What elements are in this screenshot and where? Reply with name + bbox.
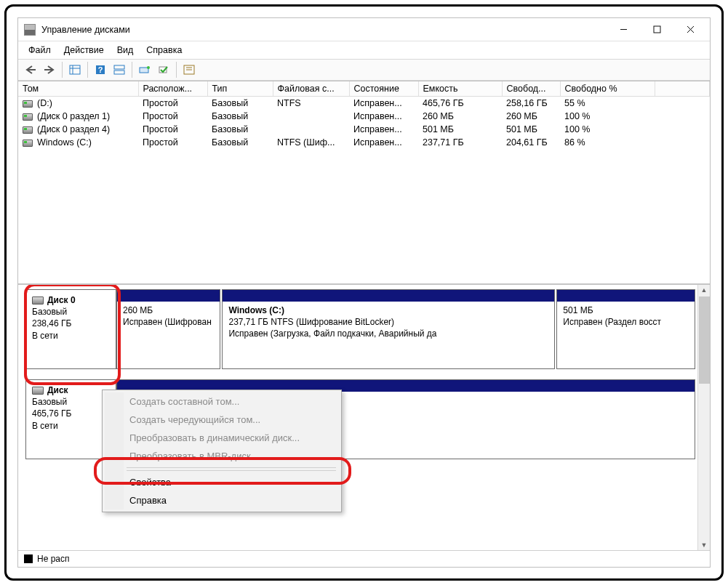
col-type[interactable]: Тип	[207, 81, 273, 97]
col-layout[interactable]: Располож...	[138, 81, 207, 97]
table-row[interactable]: (D:)ПростойБазовыйNTFSИсправен...465,76 …	[18, 97, 710, 110]
cell-status: Исправен...	[349, 136, 418, 149]
layout-button[interactable]	[111, 62, 127, 78]
partition-title: Windows (C:)	[228, 304, 548, 316]
menu-help[interactable]: Справка	[140, 43, 188, 57]
volume-icon	[23, 140, 33, 147]
disk-type: Базовый	[32, 396, 110, 408]
disk-size: 238,46 ГБ	[32, 318, 110, 329]
menubar: Файл Действие Вид Справка	[18, 41, 710, 60]
partition-size: 260 МБ	[123, 304, 214, 316]
menu-view[interactable]: Вид	[111, 43, 140, 57]
volume-name: (D:)	[37, 98, 52, 108]
col-fs[interactable]: Файловая с...	[273, 81, 349, 97]
disk-icon	[32, 296, 44, 304]
cell-freepct: 100 %	[560, 110, 655, 123]
disk-name: Диск 0	[47, 295, 76, 305]
cell-fs	[273, 123, 349, 136]
context-menu-item: Создать чередующийся том...	[105, 411, 339, 429]
cell-type: Базовый	[207, 110, 273, 123]
scroll-thumb[interactable]	[699, 296, 710, 384]
table-header-row[interactable]: Том Располож... Тип Файловая с... Состоя…	[18, 81, 710, 97]
col-freepct[interactable]: Свободно %	[560, 81, 655, 97]
maximize-button[interactable]	[640, 19, 673, 41]
partition[interactable]: Windows (C:)237,71 ГБ NTFS (Шифрование B…	[222, 289, 555, 369]
legend-swatch-unallocated	[24, 554, 33, 563]
forward-button[interactable]	[41, 62, 57, 78]
col-status[interactable]: Состояние	[349, 81, 418, 97]
partition-size: 501 МБ	[563, 304, 689, 316]
context-menu-item[interactable]: Свойства	[105, 473, 339, 491]
cell-layout: Простой	[138, 136, 207, 149]
cell-free: 258,16 ГБ	[502, 97, 560, 110]
cell-fs	[273, 110, 349, 123]
titlebar[interactable]: Управление дисками	[18, 18, 710, 41]
partition-header-bar	[557, 290, 695, 302]
context-menu-item: Создать составной том...	[105, 392, 339, 411]
window-title: Управление дисками	[41, 25, 130, 35]
context-menu-separator	[127, 467, 336, 468]
table-row[interactable]: Windows (C:)ПростойБазовыйNTFS (Шиф...Ис…	[18, 136, 710, 149]
svg-rect-12	[114, 70, 124, 74]
cell-layout: Простой	[138, 123, 207, 136]
cell-free: 260 МБ	[502, 110, 560, 123]
close-button[interactable]	[673, 19, 707, 41]
table-row[interactable]: (Диск 0 раздел 4)ПростойБазовыйИсправен.…	[18, 123, 710, 136]
action-button-3[interactable]	[181, 62, 197, 78]
partition-size: 237,71 ГБ NTFS (Шифрование BitLocker)	[228, 316, 548, 328]
legend-bar: Не расп	[18, 550, 710, 567]
cell-status: Исправен...	[349, 123, 418, 136]
volume-name: (Диск 0 раздел 1)	[37, 111, 110, 121]
svg-rect-1	[654, 26, 660, 33]
cell-type: Базовый	[207, 123, 273, 136]
cell-capacity: 501 МБ	[418, 123, 502, 136]
partition-header-bar	[117, 290, 220, 302]
svg-point-14	[147, 66, 150, 69]
back-button[interactable]	[23, 62, 39, 78]
disk-header[interactable]: Диск 0Базовый238,46 ГБВ сети	[25, 289, 116, 369]
disk-type: Базовый	[32, 306, 110, 318]
volume-icon	[23, 113, 33, 121]
context-menu-item[interactable]: Справка	[105, 491, 339, 509]
partition-status: Исправен (Шифрован	[123, 316, 214, 328]
action-button-1[interactable]	[137, 62, 153, 78]
col-capacity[interactable]: Емкость	[418, 81, 502, 97]
scroll-down-icon[interactable]: ▼	[701, 540, 708, 550]
cell-free: 204,61 ГБ	[502, 136, 560, 149]
partition-header-bar	[223, 290, 554, 302]
partition[interactable]: 260 МБИсправен (Шифрован	[116, 289, 220, 369]
disk-partitions: 260 МБИсправен (ШифрованWindows (C:)237,…	[116, 289, 695, 369]
menu-action[interactable]: Действие	[58, 43, 110, 57]
disk-status: В сети	[32, 420, 110, 432]
minimize-button[interactable]	[607, 19, 640, 41]
menu-file[interactable]: Файл	[23, 43, 57, 57]
view-list-button[interactable]	[67, 62, 83, 78]
volume-table[interactable]: Том Располож... Тип Файловая с... Состоя…	[18, 81, 710, 149]
action-button-2[interactable]	[156, 62, 172, 78]
scroll-up-icon[interactable]: ▲	[701, 285, 708, 295]
cell-layout: Простой	[138, 97, 207, 110]
help-button[interactable]: ?	[92, 62, 108, 78]
context-menu-separator	[127, 470, 336, 471]
disk-size: 465,76 ГБ	[32, 408, 110, 419]
context-menu-item: Преобразовать в динамический диск...	[105, 429, 339, 447]
vertical-scrollbar[interactable]: ▲ ▼	[697, 285, 710, 550]
svg-rect-11	[114, 65, 124, 69]
cell-capacity: 465,76 ГБ	[418, 97, 502, 110]
toolbar: ?	[18, 60, 710, 81]
cell-fs: NTFS (Шиф...	[273, 136, 349, 149]
col-volume[interactable]: Том	[18, 81, 138, 97]
cell-freepct: 86 %	[560, 136, 655, 149]
partition[interactable]: 501 МБИсправен (Раздел восст	[556, 289, 695, 369]
context-menu[interactable]: Создать составной том...Создать чередующ…	[102, 390, 342, 512]
cell-freepct: 55 %	[560, 97, 655, 110]
cell-status: Исправен...	[349, 97, 418, 110]
volume-list-pane: Том Располож... Тип Файловая с... Состоя…	[18, 81, 710, 285]
partition-status: Исправен (Загрузка, Файл подкачки, Авари…	[228, 328, 548, 339]
volume-name: (Диск 0 раздел 4)	[37, 124, 110, 134]
col-free[interactable]: Свобод...	[502, 81, 560, 97]
legend-unallocated-label: Не расп	[37, 554, 70, 564]
table-row[interactable]: (Диск 0 раздел 1)ПростойБазовыйИсправен.…	[18, 110, 710, 123]
disk-icon	[32, 387, 44, 395]
volume-icon	[23, 126, 33, 134]
